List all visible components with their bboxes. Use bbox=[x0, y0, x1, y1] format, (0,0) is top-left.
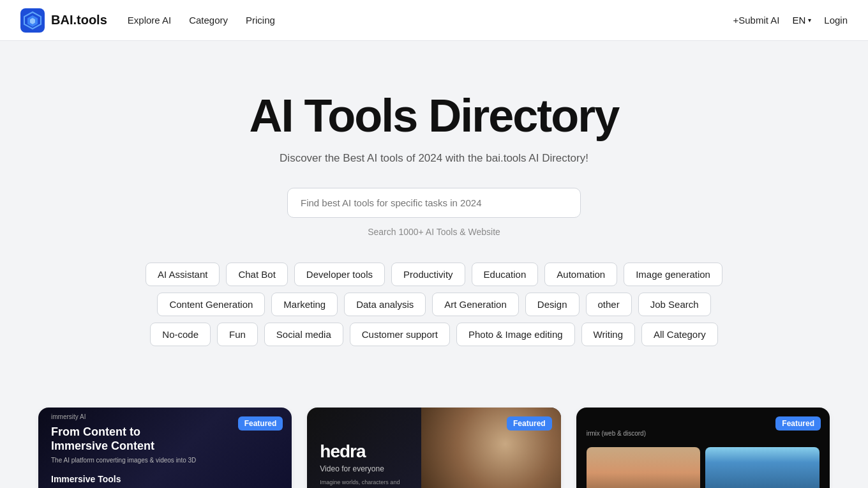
tag-developer-tools[interactable]: Developer tools bbox=[294, 263, 385, 286]
immersity-logo: immersity AI bbox=[51, 413, 86, 420]
logo-link[interactable]: BAI.tools bbox=[20, 8, 107, 33]
featured-badge-immersity: Featured bbox=[238, 416, 283, 431]
featured-badge-hedra: Featured bbox=[507, 416, 552, 431]
immersity-heading: From Content toImmersive Content bbox=[51, 425, 154, 453]
tag-image-generation[interactable]: Image generation bbox=[624, 263, 722, 286]
immersity-subtitle: The AI platform converting images & vide… bbox=[51, 457, 196, 464]
irmix-character-image bbox=[587, 447, 701, 488]
card-hedra[interactable]: hedra Video for everyone Imagine worlds,… bbox=[307, 408, 560, 488]
tag-automation[interactable]: Automation bbox=[544, 263, 617, 286]
card-immersity[interactable]: immersity AI From Content toImmersive Co… bbox=[38, 408, 292, 488]
irmix-images bbox=[576, 447, 830, 488]
cards-section: immersity AI From Content toImmersive Co… bbox=[0, 408, 868, 488]
nav-explore[interactable]: Explore AI bbox=[128, 15, 171, 26]
hedra-logo-text: hedra bbox=[320, 441, 416, 462]
search-input[interactable] bbox=[287, 188, 581, 218]
hedra-description: Imagine worlds, characters and stories w… bbox=[320, 478, 416, 488]
nav-category[interactable]: Category bbox=[189, 15, 228, 26]
tag-no-code[interactable]: No-code bbox=[150, 323, 211, 346]
chevron-down-icon: ▾ bbox=[808, 17, 811, 24]
header: BAI.tools Explore AI Category Pricing +S… bbox=[0, 0, 868, 41]
tag-fun[interactable]: Fun bbox=[217, 323, 258, 346]
tag-all-category[interactable]: All Category bbox=[641, 323, 718, 346]
card-irmix[interactable]: irmix (web & discord) character motion F… bbox=[576, 408, 830, 488]
tag-social-media[interactable]: Social media bbox=[264, 323, 343, 346]
hedra-tagline: Video for everyone bbox=[320, 464, 416, 473]
submit-ai-button[interactable]: +Submit AI bbox=[733, 15, 779, 26]
tag-productivity[interactable]: Productivity bbox=[391, 263, 465, 286]
tag-design[interactable]: Design bbox=[525, 293, 580, 316]
card-image-immersity: immersity AI From Content toImmersive Co… bbox=[38, 408, 292, 488]
logo-icon bbox=[20, 8, 45, 33]
irmix-motion-image bbox=[705, 447, 819, 488]
lang-label: EN bbox=[792, 15, 805, 26]
category-tags: AI Assistant Chat Bot Developer tools Pr… bbox=[115, 263, 753, 346]
tag-ai-assistant[interactable]: AI Assistant bbox=[146, 263, 220, 286]
tag-customer-support[interactable]: Customer support bbox=[350, 323, 450, 346]
tag-other[interactable]: other bbox=[586, 293, 632, 316]
cards-grid: immersity AI From Content toImmersive Co… bbox=[38, 408, 830, 488]
tag-education[interactable]: Education bbox=[472, 263, 539, 286]
tag-photo-image-editing[interactable]: Photo & Image editing bbox=[456, 323, 575, 346]
logo-text: BAI.tools bbox=[51, 13, 107, 27]
tag-chat-bot[interactable]: Chat Bot bbox=[226, 263, 287, 286]
tag-job-search[interactable]: Job Search bbox=[638, 293, 711, 316]
language-selector[interactable]: EN ▾ bbox=[792, 15, 811, 26]
card-image-irmix: irmix (web & discord) character motion F… bbox=[576, 408, 830, 488]
nav-pricing[interactable]: Pricing bbox=[246, 15, 275, 26]
tag-content-generation[interactable]: Content Generation bbox=[157, 293, 265, 316]
search-container bbox=[13, 188, 855, 218]
hero-title: AI Tools Directory bbox=[13, 92, 855, 141]
immersity-tools-label: Immersive Tools bbox=[51, 474, 121, 484]
tag-art-generation[interactable]: Art Generation bbox=[432, 293, 519, 316]
header-right: +Submit AI EN ▾ Login bbox=[733, 15, 848, 26]
main-nav: Explore AI Category Pricing bbox=[128, 15, 275, 26]
login-button[interactable]: Login bbox=[824, 15, 848, 26]
hedra-left-content: hedra Video for everyone Imagine worlds,… bbox=[307, 408, 429, 488]
hero-subtitle: Discover the Best AI tools of 2024 with … bbox=[13, 152, 855, 165]
featured-badge-irmix: Featured bbox=[775, 416, 821, 431]
tag-data-analysis[interactable]: Data analysis bbox=[344, 293, 426, 316]
card-image-hedra: hedra Video for everyone Imagine worlds,… bbox=[307, 408, 560, 488]
hero-section: AI Tools Directory Discover the Best AI … bbox=[0, 41, 868, 408]
search-hint: Search 1000+ AI Tools & Website bbox=[13, 227, 855, 237]
tag-writing[interactable]: Writing bbox=[581, 323, 635, 346]
tag-marketing[interactable]: Marketing bbox=[271, 293, 338, 316]
